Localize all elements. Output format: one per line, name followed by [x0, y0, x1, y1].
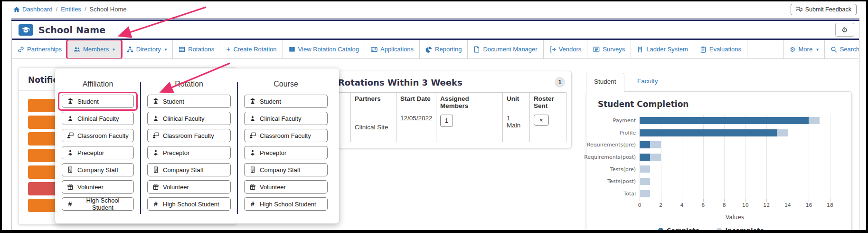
menu-item-affiliation-volunteer[interactable]: Volunteer	[62, 180, 134, 194]
menu-item-affiliation-student[interactable]: Student	[62, 95, 134, 108]
sitemap-icon	[127, 46, 133, 53]
chart-bar-segment	[640, 141, 650, 148]
menu-item-rotation-clinical-faculty[interactable]: Clinical Faculty	[147, 112, 231, 125]
chart-x-axis-label: Values	[640, 214, 830, 221]
nav-item-partnerships[interactable]: Partnerships	[12, 40, 68, 58]
table-icon	[179, 46, 185, 53]
breadcrumb-separator: /	[56, 6, 58, 13]
entity-header: School Name ⚙	[12, 21, 859, 39]
chart-bar-segment	[640, 178, 650, 185]
chart-bar-row	[640, 139, 830, 151]
menu-item-affiliation-preceptor[interactable]: Preceptor	[62, 146, 134, 159]
menu-item-course-company-staff[interactable]: Company Staff	[244, 163, 328, 176]
gear-icon: ⚙	[790, 46, 796, 53]
legend-item[interactable]: Incomplete	[717, 227, 764, 230]
nav-item-rotations[interactable]: Rotations	[173, 40, 220, 58]
classroom-faculty-icon	[249, 132, 256, 139]
book-icon	[289, 46, 295, 53]
menu-item-course-clinical-faculty[interactable]: Clinical Faculty	[244, 112, 328, 125]
nav-item-reporting[interactable]: Reporting	[420, 40, 468, 58]
menu-item-course-classroom-faculty[interactable]: Classroom Faculty	[244, 129, 328, 142]
student-icon	[152, 98, 159, 105]
cell-blank	[339, 112, 351, 142]
submit-feedback-button[interactable]: Submit Feedback	[791, 4, 857, 15]
menu-item-rotation-company-staff[interactable]: Company Staff	[147, 163, 231, 176]
breadcrumb-dashboard-link[interactable]: Dashboard	[13, 6, 53, 13]
chart-bar-segment	[640, 190, 650, 197]
menu-item-rotation-high-school-student[interactable]: #High School Student	[147, 197, 231, 211]
gear-icon: ⚙	[841, 26, 848, 34]
chart-bar-segment	[640, 165, 650, 173]
nav-item-create-rotation[interactable]: + Create Rotation	[220, 40, 283, 58]
nav-item-more[interactable]: ⚙ More ▾	[784, 40, 825, 58]
chart-category-label: Total	[592, 188, 640, 200]
menu-item-course-preceptor[interactable]: Preceptor	[244, 146, 328, 159]
menu-item-rotation-student[interactable]: Student	[147, 95, 231, 108]
building-icon	[249, 166, 256, 173]
nav-item-view-rotation-catalog[interactable]: View Rotation Catalog	[283, 40, 365, 58]
rotations-table: Partners Start Date Assigned Members Uni…	[338, 92, 566, 142]
members-dropdown-menu: Affiliation Student Clinical Faculty Cla…	[55, 68, 339, 223]
assigned-members-button[interactable]: 1	[440, 115, 453, 127]
cell-roster-sent: ×	[530, 112, 566, 142]
chart-x-tick-label: 12	[763, 202, 770, 208]
feedback-chat-icon	[796, 6, 802, 13]
nav-item-search[interactable]: Search ▾	[825, 40, 859, 58]
count-badge: 1	[555, 77, 565, 87]
menu-column-title: Affiliation	[62, 80, 134, 88]
preceptor-icon	[152, 149, 159, 156]
menu-item-course-high-school-student[interactable]: #High School Student	[244, 197, 328, 211]
nav-item-members[interactable]: Members ▾	[68, 40, 121, 58]
tab-student[interactable]: Student	[586, 73, 624, 92]
chart-x-tick-label: 14	[784, 202, 791, 208]
column-header-partners: Partners	[351, 93, 396, 112]
gift-icon	[152, 184, 159, 190]
breadcrumb-entities-link[interactable]: Entities	[61, 6, 81, 13]
hash-icon: #	[67, 200, 73, 208]
menu-item-rotation-classroom-faculty[interactable]: Classroom Faculty	[147, 129, 231, 142]
menu-item-affiliation-company-staff[interactable]: Company Staff	[62, 163, 134, 176]
menu-item-rotation-preceptor[interactable]: Preceptor	[147, 146, 231, 159]
legend-item[interactable]: Complete	[658, 227, 700, 230]
menu-item-affiliation-clinical-faculty[interactable]: Clinical Faculty	[62, 112, 134, 125]
chart-legend: CompleteIncomplete	[592, 227, 830, 230]
nav-item-evaluations[interactable]: Evaluations	[694, 40, 747, 58]
student-icon	[67, 98, 74, 105]
menu-divider	[237, 82, 238, 214]
preceptor-icon	[249, 149, 256, 156]
hash-icon: #	[249, 200, 256, 208]
legend-marker	[658, 228, 663, 230]
menu-item-rotation-volunteer[interactable]: Volunteer	[147, 180, 231, 194]
chart-x-tick-label: 16	[805, 202, 812, 208]
cell-start-date: 12/05/2022	[396, 112, 436, 142]
chart-x-tick-label: 6	[701, 202, 705, 208]
nav-item-ladder-system[interactable]: Ladder System	[631, 40, 694, 58]
menu-column-title: Course	[244, 80, 328, 88]
legend-label: Complete	[667, 227, 700, 230]
nav-item-applications[interactable]: Applications	[365, 40, 420, 58]
chart-bar-row	[640, 163, 830, 175]
chart-title: Student Completion	[586, 92, 851, 109]
sign-out-icon	[549, 46, 556, 53]
chart-x-axis: 024681012141618	[640, 200, 830, 208]
link-icon	[18, 46, 24, 53]
nav-item-vendors[interactable]: Vendors	[544, 40, 588, 58]
tab-faculty[interactable]: Faculty	[630, 73, 666, 92]
nav-item-document-manager[interactable]: Document Manager	[468, 40, 543, 58]
menu-item-course-volunteer[interactable]: Volunteer	[244, 180, 328, 194]
roster-sent-button[interactable]: ×	[534, 115, 549, 126]
nav-item-surveys[interactable]: Surveys	[587, 40, 631, 58]
chevron-down-icon: ▾	[165, 47, 167, 52]
menu-item-affiliation-classroom-faculty[interactable]: Classroom Faculty	[62, 129, 134, 142]
menu-column-title: Rotation	[147, 80, 231, 88]
menu-item-course-student[interactable]: Student	[244, 95, 328, 108]
legend-label: Incomplete	[725, 227, 764, 230]
menu-column-rotation: Rotation Student Clinical Faculty Classr…	[147, 80, 231, 217]
chart-bar-row	[640, 175, 830, 188]
nav-item-directory[interactable]: Directory ▾	[121, 40, 173, 58]
chart-plot	[640, 115, 830, 200]
column-header-start-date: Start Date	[396, 93, 436, 112]
nav-spacer	[747, 40, 784, 58]
settings-button[interactable]: ⚙	[835, 23, 854, 37]
menu-item-affiliation-high-school-student[interactable]: #High School Student	[62, 197, 134, 211]
